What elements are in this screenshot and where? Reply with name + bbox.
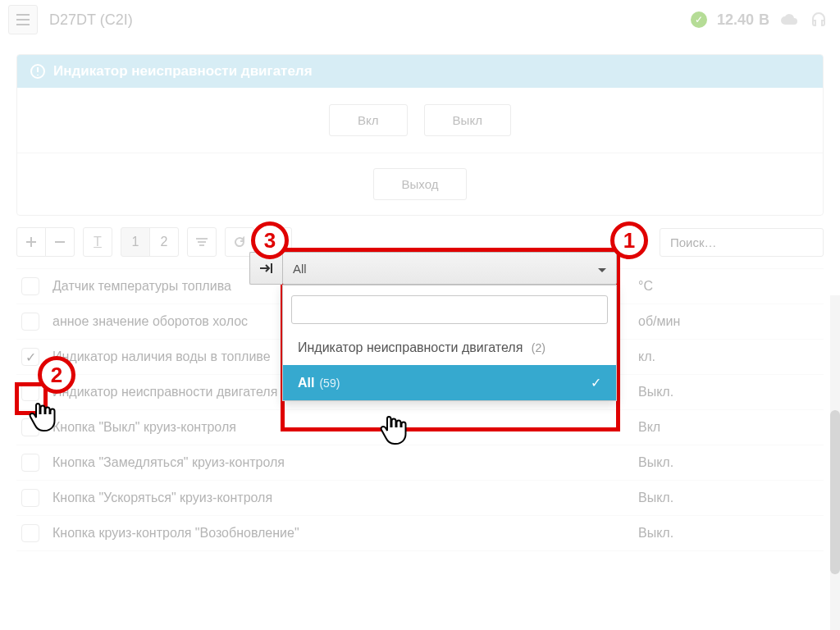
malfunction-panel: Индикатор неисправности двигателя Вкл Вы…	[16, 54, 824, 216]
row-checkbox[interactable]	[21, 454, 39, 472]
row-checkbox[interactable]	[21, 524, 39, 542]
dropdown-option-selected[interactable]: All (59) ✓	[283, 365, 616, 400]
page-2-button[interactable]: 2	[149, 227, 179, 257]
row-checkbox[interactable]	[21, 489, 39, 507]
row-label: Кнопка "Замедляться" круиз-контроля	[52, 455, 638, 470]
dropdown-option-count: (2)	[532, 341, 546, 354]
dropdown-option-count: (59)	[319, 377, 340, 390]
row-label: Кнопка круиз-контроля "Возобновление"	[52, 526, 638, 541]
check-icon: ✓	[591, 375, 601, 390]
on-button[interactable]: Вкл	[329, 104, 408, 136]
dropdown-option[interactable]: Индикатор неисправности двигателя (2)	[283, 331, 616, 365]
row-checkbox[interactable]: ✓	[21, 348, 39, 366]
row-value: Выкл.	[638, 526, 819, 541]
refresh-icon	[234, 236, 245, 248]
row-checkbox[interactable]	[21, 313, 39, 331]
dropdown-search-input[interactable]	[291, 295, 608, 324]
row-value: Вкл	[638, 420, 819, 435]
exit-button[interactable]: Выход	[373, 168, 468, 200]
filter-dropdown: All Индикатор неисправности двигателя (2…	[282, 252, 617, 401]
row-checkbox[interactable]	[21, 277, 39, 295]
menu-button[interactable]	[8, 5, 38, 34]
annotation-2: 2	[38, 356, 75, 394]
dropdown-panel: Индикатор неисправности двигателя (2) Al…	[282, 285, 617, 401]
dropdown-option-label: All	[298, 376, 314, 390]
voltage-value: 12.40	[717, 11, 754, 29]
add-button[interactable]	[16, 227, 46, 257]
row-label: Кнопка "Ускоряться" круиз-контроля	[52, 491, 638, 505]
plus-icon	[26, 237, 36, 247]
voltage-unit: В	[759, 11, 769, 29]
cursor-hand-icon	[26, 400, 56, 433]
search-input[interactable]	[660, 228, 824, 257]
annotation-1: 1	[610, 221, 648, 259]
table-row[interactable]: Кнопка "Ускоряться" круиз-контроля Выкл.	[16, 481, 824, 516]
row-value: Выкл.	[638, 385, 819, 399]
arrow-right-bar-icon	[260, 263, 273, 273]
off-button[interactable]: Выкл	[424, 104, 511, 136]
page-1-button[interactable]: 1	[121, 227, 150, 257]
sort-icon	[196, 238, 208, 246]
warning-icon	[30, 64, 45, 79]
row-value: °С	[638, 279, 819, 294]
dropdown-option-label: Индикатор неисправности двигателя	[298, 340, 523, 354]
caret-down-icon	[598, 262, 606, 276]
row-value: об/мин	[638, 314, 819, 329]
page-title: D27DT (C2I)	[49, 11, 133, 29]
minus-icon	[55, 241, 65, 243]
filter-selected-label: All	[293, 262, 307, 276]
panel-title: Индикатор неисправности двигателя	[53, 63, 313, 80]
text-button[interactable]: T	[83, 227, 112, 257]
table-row[interactable]: Кнопка "Замедляться" круиз-контроля Выкл…	[16, 445, 824, 481]
text-icon: T	[94, 235, 102, 249]
row-value: Выкл.	[638, 455, 819, 470]
annotation-3: 3	[251, 221, 289, 259]
cloud-icon[interactable]	[779, 10, 799, 30]
voltage-display: 12.40 В	[717, 11, 769, 29]
row-value: Выкл.	[638, 491, 819, 505]
remove-button[interactable]	[45, 227, 75, 257]
hamburger-icon	[16, 14, 30, 25]
sort-button[interactable]	[187, 227, 217, 257]
table-row[interactable]: Кнопка круиз-контроля "Возобновление" Вы…	[16, 516, 824, 551]
row-value: кл.	[638, 349, 819, 364]
scrollbar-thumb[interactable]	[830, 410, 840, 574]
support-icon[interactable]	[809, 10, 829, 30]
cursor-hand-icon	[377, 413, 407, 446]
filter-select[interactable]: All	[282, 252, 617, 285]
status-ok-icon: ✓	[691, 11, 707, 28]
